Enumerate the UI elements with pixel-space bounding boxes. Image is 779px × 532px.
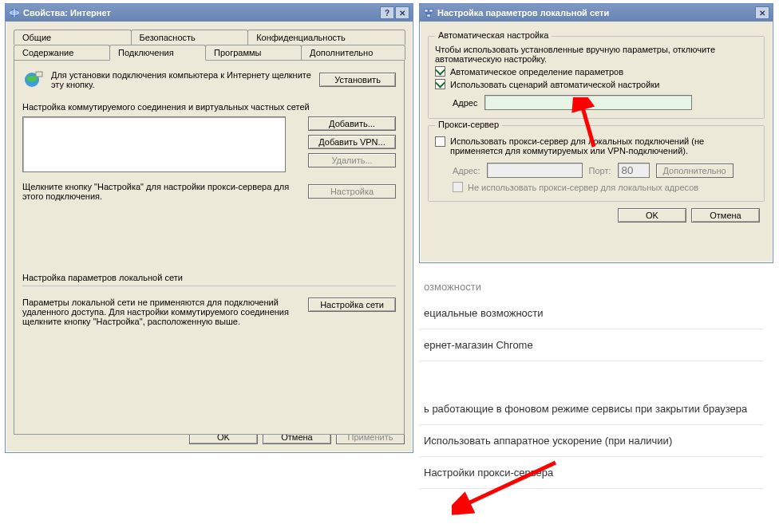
proxy-address-input xyxy=(487,163,583,178)
auto-config-hint: Чтобы использовать установленные вручную… xyxy=(435,45,757,64)
connection-settings-button: Настройка xyxy=(308,184,396,199)
ok-button[interactable]: OK xyxy=(618,208,686,223)
network-icon xyxy=(423,7,434,18)
chrome-settings-panel: озможности ециальные возможности ернет-м… xyxy=(419,270,779,532)
close-button[interactable]: ✕ xyxy=(755,6,769,19)
install-button[interactable]: Установить xyxy=(319,73,396,87)
autoscript-address-input[interactable] xyxy=(484,95,692,110)
help-button[interactable]: ? xyxy=(380,6,394,19)
lan-settings-window: Настройка параметров локальной сети ✕ Ав… xyxy=(419,3,773,263)
lan-hint-text: Параметры локальной сети не применяются … xyxy=(22,298,302,326)
autoscript-checkbox[interactable]: Использовать сценарий автоматической нас… xyxy=(435,79,757,89)
lan-settings-button[interactable]: Настройка сети xyxy=(308,298,396,312)
svg-rect-5 xyxy=(429,10,433,13)
chrome-item-webstore[interactable]: ернет-магазин Chrome xyxy=(419,329,763,361)
delete-button: Удалить... xyxy=(308,153,396,167)
add-vpn-button[interactable]: Добавить VPN... xyxy=(308,135,396,149)
internet-icon xyxy=(9,7,20,18)
proxy-port-input xyxy=(618,163,650,178)
proxy-legend: Прокси-сервер xyxy=(435,120,502,129)
proxy-port-label: Порт: xyxy=(589,166,611,175)
titlebar[interactable]: Свойства: Интернет ? ✕ xyxy=(6,4,413,22)
proxy-group: Прокси-сервер Использовать прокси-сервер… xyxy=(428,125,765,202)
use-proxy-checkbox[interactable]: Использовать прокси-сервер для локальных… xyxy=(435,136,757,156)
chrome-item-hw-accel[interactable]: Использовать аппаратное ускорение (при н… xyxy=(419,425,763,457)
chrome-section-header: озможности xyxy=(419,270,763,298)
titlebar[interactable]: Настройка параметров локальной сети ✕ xyxy=(420,4,773,22)
checkbox-icon xyxy=(435,136,445,147)
cancel-button[interactable]: Отмена xyxy=(691,208,760,223)
checkbox-icon xyxy=(453,182,463,192)
window-title: Свойства: Интернет xyxy=(23,8,111,18)
add-button[interactable]: Добавить... xyxy=(308,116,396,131)
checkbox-icon xyxy=(435,79,445,89)
chrome-item-bg-apps[interactable]: ь работающие в фоновом режиме сервисы пр… xyxy=(419,393,763,425)
svg-rect-6 xyxy=(427,14,430,18)
setup-hint-text: Для установки подключения компьютера к И… xyxy=(51,70,313,89)
close-button[interactable]: ✕ xyxy=(395,6,409,19)
proxy-address-label: Адрес: xyxy=(453,166,480,175)
svg-rect-4 xyxy=(425,10,428,13)
proxy-advanced-button: Дополнительно xyxy=(656,164,734,178)
svg-rect-3 xyxy=(36,72,42,77)
checkbox-icon xyxy=(435,66,445,77)
autodetect-checkbox[interactable]: Автоматическое определение параметров xyxy=(435,66,757,77)
tab-general[interactable]: Общие xyxy=(14,30,132,45)
chrome-item-proxy-settings[interactable]: Настройки прокси-сервера xyxy=(419,457,763,489)
window-title: Настройка параметров локальной сети xyxy=(437,8,609,18)
settings-hint-text: Щелкните кнопку "Настройка" для настройк… xyxy=(22,182,302,201)
globe-icon xyxy=(22,69,45,91)
tab-content[interactable]: Содержание xyxy=(14,45,110,60)
tab-advanced[interactable]: Дополнительно xyxy=(301,45,405,60)
tab-privacy[interactable]: Конфиденциальность xyxy=(247,30,405,45)
auto-config-legend: Автоматическая настройка xyxy=(435,30,552,40)
chrome-item-accessibility[interactable]: ециальные возможности xyxy=(419,298,763,329)
dialup-section-label: Настройка коммутируемого соединения и ви… xyxy=(22,102,396,112)
auto-config-group: Автоматическая настройка Чтобы использов… xyxy=(428,36,765,119)
address-label: Адрес xyxy=(453,98,478,108)
connections-listbox[interactable] xyxy=(22,116,286,172)
tab-connections[interactable]: Подключения xyxy=(109,45,206,61)
internet-properties-window: Свойства: Интернет ? ✕ Общие Безопасност… xyxy=(5,3,413,453)
bypass-local-checkbox: Не использовать прокси-сервер для локаль… xyxy=(435,182,757,192)
lan-section-label: Настройка параметров локальной сети xyxy=(22,273,396,282)
tab-security[interactable]: Безопасность xyxy=(131,30,249,45)
tab-programs[interactable]: Программы xyxy=(205,45,302,60)
